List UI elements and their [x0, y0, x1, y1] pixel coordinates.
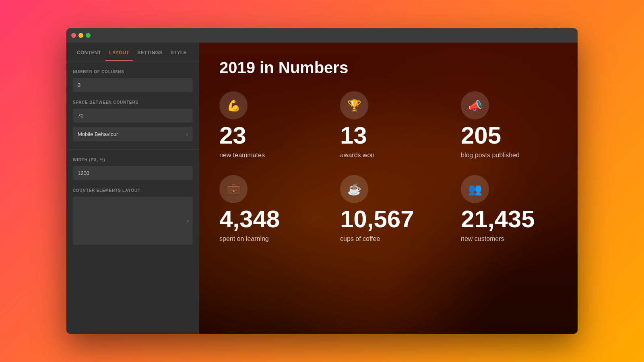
- tab-layout[interactable]: LAYOUT: [105, 43, 133, 61]
- preview-title: 2019 in Numbers: [219, 59, 557, 77]
- counter-icon-megaphone: 📣: [461, 91, 489, 119]
- coffee-icon: ☕: [347, 183, 361, 196]
- sidebar: CONTENT LAYOUT SETTINGS STYLE NUMBER OF …: [66, 43, 199, 334]
- columns-field-group: NUMBER OF COLUMNS: [73, 70, 193, 92]
- counter-layout-chevron-icon: ›: [187, 218, 189, 224]
- counter-item-3: 📣 205 blog posts published: [461, 91, 557, 159]
- window-content: CONTENT LAYOUT SETTINGS STYLE NUMBER OF …: [66, 43, 578, 334]
- tab-settings[interactable]: SETTINGS: [133, 43, 166, 61]
- width-field-group: WIDTH (PX, %): [73, 158, 193, 180]
- mobile-behaviour-row[interactable]: Mobile Behaviour ›: [73, 127, 193, 141]
- counter-label-5: cups of coffee: [340, 235, 437, 243]
- counter-icon-coffee: ☕: [340, 175, 368, 203]
- columns-label: NUMBER OF COLUMNS: [73, 70, 193, 74]
- counter-number-3: 205: [461, 123, 557, 148]
- counter-label-1: new teammates: [219, 152, 316, 159]
- columns-input[interactable]: [73, 78, 193, 92]
- tab-content[interactable]: CONTENT: [73, 43, 105, 61]
- space-field-group: SPACE BETWEEN COUNTERS Mobile Behaviour …: [73, 100, 193, 141]
- traffic-light-minimize[interactable]: [78, 33, 83, 38]
- mobile-behaviour-label: Mobile Behaviour: [78, 131, 118, 137]
- title-bar: [66, 28, 578, 43]
- counter-item-5: ☕ 10,567 cups of coffee: [340, 175, 437, 243]
- counter-label-4: spent on learning: [219, 235, 316, 243]
- preview-area: 2019 in Numbers 💪 23 new teammates 🏆: [199, 43, 578, 334]
- counter-number-4: 4,348: [219, 207, 316, 231]
- traffic-light-maximize[interactable]: [86, 33, 91, 38]
- counter-layout-label: COUNTER ELEMENTS LAYOUT: [73, 188, 193, 193]
- counter-label-2: awards won: [340, 152, 437, 159]
- counter-layout-field-group: COUNTER ELEMENTS LAYOUT ›: [73, 188, 193, 245]
- counter-icon-people: 👥: [461, 175, 489, 203]
- counter-icon-trophy: 🏆: [340, 91, 368, 119]
- counter-number-1: 23: [219, 123, 316, 148]
- counters-grid: 💪 23 new teammates 🏆 13 awards won: [219, 91, 557, 243]
- counter-number-6: 21,435: [461, 207, 557, 231]
- counter-item-4: 💼 4,348 spent on learning: [219, 175, 316, 243]
- tab-style[interactable]: STYLE: [167, 43, 191, 61]
- megaphone-icon: 📣: [468, 99, 482, 112]
- counter-item-2: 🏆 13 awards won: [340, 91, 437, 159]
- counter-item-1: 💪 23 new teammates: [219, 91, 316, 159]
- sidebar-body: NUMBER OF COLUMNS SPACE BETWEEN COUNTERS…: [66, 62, 199, 253]
- trophy-icon: 🏆: [347, 99, 361, 112]
- width-label: WIDTH (PX, %): [73, 158, 193, 162]
- browser-window: CONTENT LAYOUT SETTINGS STYLE NUMBER OF …: [66, 28, 578, 334]
- counter-label-3: blog posts published: [461, 152, 557, 159]
- traffic-light-close[interactable]: [71, 33, 76, 38]
- counter-layout-preview[interactable]: ›: [73, 197, 193, 245]
- traffic-lights: [71, 33, 91, 38]
- counter-item-6: 👥 21,435 new customers: [461, 175, 557, 243]
- space-input[interactable]: [73, 109, 193, 123]
- chevron-right-icon: ›: [186, 131, 188, 137]
- preview-content: 2019 in Numbers 💪 23 new teammates 🏆: [199, 43, 578, 334]
- space-label: SPACE BETWEEN COUNTERS: [73, 100, 193, 105]
- people-icon: 👥: [468, 183, 482, 196]
- counter-label-6: new customers: [461, 235, 557, 243]
- counter-icon-muscle: 💪: [219, 91, 248, 119]
- briefcase-icon: 💼: [227, 183, 241, 196]
- counter-number-5: 10,567: [340, 207, 437, 231]
- muscle-icon: 💪: [227, 99, 241, 112]
- width-input[interactable]: [73, 166, 193, 180]
- counter-icon-briefcase: 💼: [219, 175, 248, 203]
- counter-number-2: 13: [340, 123, 437, 148]
- divider-1: [66, 149, 199, 150]
- sidebar-tabs: CONTENT LAYOUT SETTINGS STYLE: [66, 43, 199, 62]
